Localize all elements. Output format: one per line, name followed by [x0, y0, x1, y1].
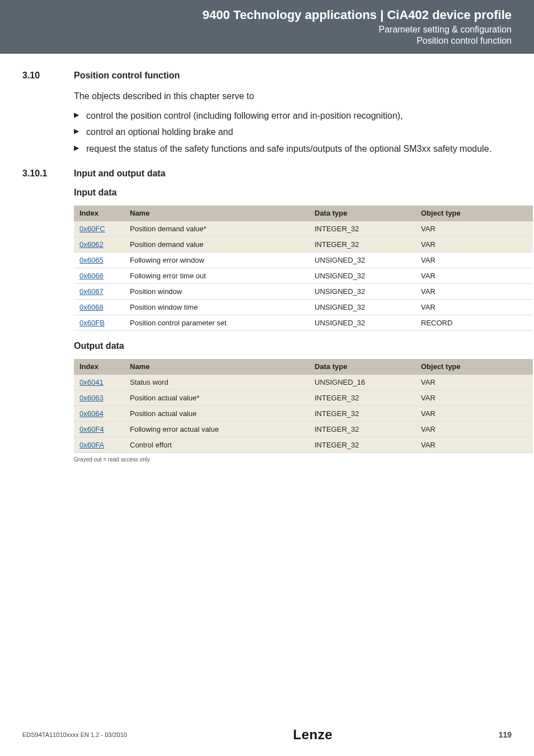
output-data-heading: Output data: [74, 341, 512, 351]
cell-dtype: UNSIGNED_32: [309, 299, 415, 315]
cell-otype: VAR: [415, 252, 533, 268]
cell-otype: VAR: [415, 283, 533, 299]
cell-name: Status word: [124, 374, 309, 390]
bullet-item: request the status of the safety functio…: [74, 142, 512, 155]
index-link[interactable]: 0x6068: [79, 303, 104, 311]
cell-index: 0x60F4: [74, 421, 124, 437]
cell-name: Position actual value: [124, 405, 309, 421]
table-row: 0x6041Status wordUNSIGNED_16VAR: [74, 374, 533, 390]
cell-dtype: UNSIGNED_32: [309, 252, 415, 268]
index-link[interactable]: 0x6063: [79, 394, 104, 402]
cell-index: 0x60FA: [74, 437, 124, 452]
cell-index: 0x6065: [74, 252, 124, 268]
table-footnote: Grayed out = read access only: [74, 456, 512, 463]
cell-index: 0x6062: [74, 236, 124, 252]
cell-index: 0x6063: [74, 390, 124, 405]
index-link[interactable]: 0x6065: [79, 256, 104, 264]
index-link[interactable]: 0x60F4: [79, 425, 104, 433]
header-bar: 9400 Technology applications | CiA402 de…: [0, 0, 534, 54]
cell-otype: VAR: [415, 421, 533, 437]
section-title: Position control function: [74, 71, 180, 81]
table-row: 0x6064Position actual valueINTEGER_32VAR: [74, 405, 533, 421]
output-table-body: 0x6041Status wordUNSIGNED_16VAR0x6063Pos…: [74, 374, 533, 452]
th-dtype: Data type: [309, 359, 415, 375]
cell-dtype: UNSIGNED_32: [309, 283, 415, 299]
index-link[interactable]: 0x6064: [79, 409, 104, 418]
cell-otype: VAR: [415, 299, 533, 315]
footer-left-text: EDS94TA11010xxxx EN 1.2 - 03/2010: [22, 731, 127, 738]
bullet-item: control the position control (including …: [74, 109, 512, 122]
index-link[interactable]: 0x60FB: [79, 319, 105, 327]
th-dtype: Data type: [309, 206, 415, 221]
cell-index: 0x60FC: [74, 221, 124, 236]
table-row: 0x60F4Following error actual valueINTEGE…: [74, 421, 533, 437]
th-name: Name: [124, 359, 309, 375]
doc-subtitle-1: Parameter setting & configuration: [0, 25, 512, 35]
index-link[interactable]: 0x60FC: [79, 225, 105, 233]
cell-otype: VAR: [415, 374, 533, 390]
page-number: 119: [499, 730, 512, 739]
output-data-table: Index Name Data type Object type 0x6041S…: [74, 359, 533, 453]
table-row: 0x6065Following error windowUNSIGNED_32V…: [74, 252, 533, 268]
th-index: Index: [74, 359, 124, 375]
cell-dtype: UNSIGNED_32: [309, 268, 415, 283]
section-number: 3.10.1: [22, 169, 74, 179]
page-footer: EDS94TA11010xxxx EN 1.2 - 03/2010 Lenze …: [0, 727, 534, 743]
index-link[interactable]: 0x6067: [79, 287, 104, 296]
cell-otype: VAR: [415, 437, 533, 452]
cell-index: 0x6068: [74, 299, 124, 315]
table-row: 0x6068Position window timeUNSIGNED_32VAR: [74, 299, 533, 315]
cell-name: Following error actual value: [124, 421, 309, 437]
cell-otype: RECORD: [415, 315, 533, 330]
index-link[interactable]: 0x60FA: [79, 441, 104, 449]
cell-name: Position window: [124, 283, 309, 299]
th-otype: Object type: [415, 359, 533, 375]
cell-name: Position control parameter set: [124, 315, 309, 330]
cell-dtype: INTEGER_32: [309, 437, 415, 452]
cell-index: 0x6041: [74, 374, 124, 390]
cell-index: 0x6064: [74, 405, 124, 421]
table-row: 0x60FBPosition control parameter setUNSI…: [74, 315, 533, 330]
cell-otype: VAR: [415, 405, 533, 421]
cell-otype: VAR: [415, 221, 533, 236]
cell-otype: VAR: [415, 236, 533, 252]
table-row: 0x6062Position demand valueINTEGER_32VAR: [74, 236, 533, 252]
cell-index: 0x60FB: [74, 315, 124, 330]
input-data-heading: Input data: [74, 188, 512, 198]
table-row: 0x60FCPosition demand value*INTEGER_32VA…: [74, 221, 533, 236]
cell-dtype: INTEGER_32: [309, 390, 415, 405]
cell-otype: VAR: [415, 268, 533, 283]
cell-name: Position window time: [124, 299, 309, 315]
th-index: Index: [74, 206, 124, 221]
bullet-list: control the position control (including …: [74, 109, 512, 155]
table-row: 0x6067Position windowUNSIGNED_32VAR: [74, 283, 533, 299]
cell-name: Following error window: [124, 252, 309, 268]
cell-dtype: INTEGER_32: [309, 421, 415, 437]
index-link[interactable]: 0x6066: [79, 272, 104, 280]
table-row: 0x60FAControl effortINTEGER_32VAR: [74, 437, 533, 452]
index-link[interactable]: 0x6062: [79, 240, 104, 249]
cell-index: 0x6066: [74, 268, 124, 283]
brand-logo: Lenze: [293, 727, 333, 743]
cell-index: 0x6067: [74, 283, 124, 299]
table-row: 0x6063Position actual value*INTEGER_32VA…: [74, 390, 533, 405]
cell-name: Position demand value: [124, 236, 309, 252]
section-3-10: 3.10 Position control function: [22, 71, 512, 81]
section-3-10-1: 3.10.1 Input and output data: [22, 169, 512, 179]
section-title: Input and output data: [74, 169, 166, 179]
cell-name: Position actual value*: [124, 390, 309, 405]
doc-subtitle-2: Position control function: [0, 36, 512, 46]
input-table-body: 0x60FCPosition demand value*INTEGER_32VA…: [74, 221, 533, 330]
input-data-table: Index Name Data type Object type 0x60FCP…: [74, 206, 533, 331]
cell-name: Control effort: [124, 437, 309, 452]
cell-dtype: INTEGER_32: [309, 236, 415, 252]
index-link[interactable]: 0x6041: [79, 378, 104, 386]
cell-dtype: INTEGER_32: [309, 221, 415, 236]
bullet-item: control an optional holding brake and: [74, 125, 512, 138]
cell-otype: VAR: [415, 390, 533, 405]
intro-paragraph: The objects described in this chapter se…: [74, 90, 512, 102]
th-name: Name: [124, 206, 309, 221]
doc-title: 9400 Technology applications | CiA402 de…: [0, 8, 512, 22]
section-number: 3.10: [22, 71, 74, 81]
cell-dtype: UNSIGNED_16: [309, 374, 415, 390]
